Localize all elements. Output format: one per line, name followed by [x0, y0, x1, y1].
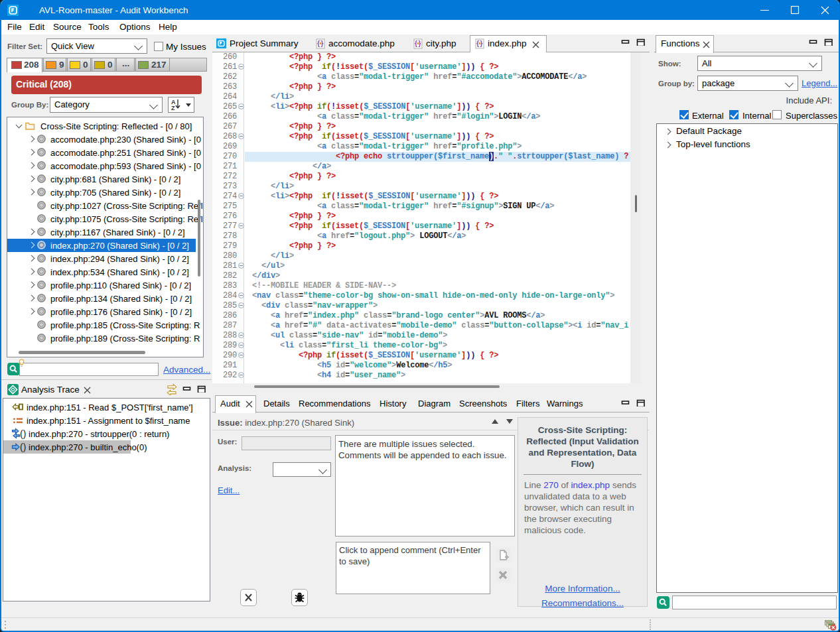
- svg-text:{: {: [415, 40, 417, 47]
- svg-text:Z: Z: [171, 105, 175, 111]
- svg-text:{: {: [476, 40, 479, 47]
- svg-text:{: {: [317, 40, 320, 47]
